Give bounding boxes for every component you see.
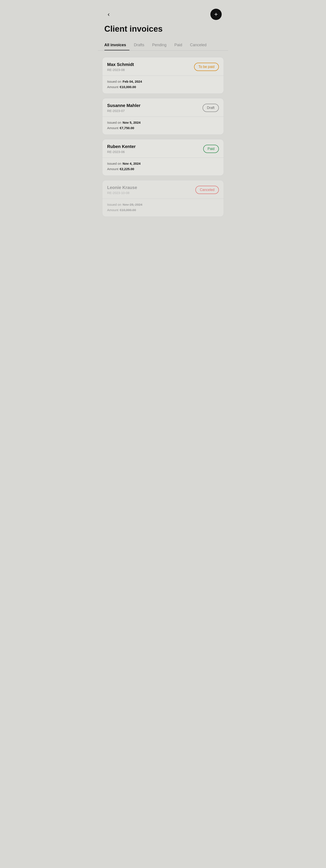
issued-row-2: Issued on Nov 5, 2024 <box>107 121 219 124</box>
amount-label-1: Amount <box>107 85 118 89</box>
status-badge-1: To be paid <box>194 63 219 71</box>
tab-pending[interactable]: Pending <box>152 40 170 50</box>
client-name-2: Susanne Mahler <box>107 103 140 108</box>
invoice-header-1: Max Schmidt RE-2023-08 To be paid <box>102 57 224 75</box>
page-title: Client invoices <box>98 24 228 40</box>
client-name-4: Leonie Krause <box>107 185 137 190</box>
invoice-details-3: Issued on Nov 4, 2024 Amount €2,225.00 <box>102 158 224 176</box>
issued-date-4: Nov 28, 2024 <box>123 203 142 206</box>
amount-label-2: Amount <box>107 126 118 130</box>
invoice-client-info-1: Max Schmidt RE-2023-08 <box>107 62 134 72</box>
invoice-ref-3: RE-2023-06 <box>107 150 136 154</box>
invoice-details-4: Issued on Nov 28, 2024 Amount €10,000.00 <box>102 198 224 217</box>
client-name-1: Max Schmidt <box>107 62 134 67</box>
invoice-ref-4: RE-2023-10-08 <box>107 191 137 195</box>
amount-row-4: Amount €10,000.00 <box>107 208 219 212</box>
amount-row-1: Amount €10,000.00 <box>107 85 219 89</box>
client-name-3: Ruben Kenter <box>107 144 136 149</box>
amount-value-1: €10,000.00 <box>120 85 136 89</box>
invoice-card-4[interactable]: Leonie Krause RE-2023-10-08 Canceled Iss… <box>102 180 224 217</box>
invoice-client-info-4: Leonie Krause RE-2023-10-08 <box>107 185 137 195</box>
tab-canceled[interactable]: Canceled <box>190 40 210 50</box>
amount-label-4: Amount <box>107 208 118 212</box>
invoice-client-info-2: Susanne Mahler RE-2023-07 <box>107 103 140 113</box>
add-invoice-button[interactable]: + <box>210 9 222 20</box>
issued-label-4: Issued on <box>107 203 121 206</box>
invoice-ref-2: RE-2023-07 <box>107 109 140 113</box>
amount-value-2: €7,750.00 <box>120 126 134 130</box>
invoice-card-1[interactable]: Max Schmidt RE-2023-08 To be paid Issued… <box>102 57 224 94</box>
tab-paid[interactable]: Paid <box>174 40 186 50</box>
back-button[interactable]: ‹ <box>104 10 113 19</box>
page-header: ‹ + <box>98 0 228 24</box>
amount-value-3: €2,225.00 <box>120 167 134 171</box>
invoice-header-3: Ruben Kenter RE-2023-06 Paid <box>102 139 224 158</box>
amount-row-2: Amount €7,750.00 <box>107 126 219 130</box>
invoice-details-1: Issued on Feb 04, 2024 Amount €10,000.00 <box>102 75 224 94</box>
status-badge-3: Paid <box>203 145 219 153</box>
invoice-tabs: All invoices Drafts Pending Paid Cancele… <box>98 40 228 51</box>
plus-icon: + <box>214 11 218 18</box>
back-icon: ‹ <box>108 11 110 18</box>
invoice-client-info-3: Ruben Kenter RE-2023-06 <box>107 144 136 154</box>
issued-label-1: Issued on <box>107 80 121 83</box>
invoice-header-4: Leonie Krause RE-2023-10-08 Canceled <box>102 180 224 198</box>
issued-label-3: Issued on <box>107 162 121 165</box>
issued-row-4: Issued on Nov 28, 2024 <box>107 203 219 206</box>
tab-all-invoices[interactable]: All invoices <box>104 40 130 50</box>
issued-row-1: Issued on Feb 04, 2024 <box>107 80 219 83</box>
invoice-details-2: Issued on Nov 5, 2024 Amount €7,750.00 <box>102 117 224 134</box>
issued-row-3: Issued on Nov 4, 2024 <box>107 162 219 165</box>
amount-label-3: Amount <box>107 167 118 171</box>
invoice-card-3[interactable]: Ruben Kenter RE-2023-06 Paid Issued on N… <box>102 139 224 176</box>
amount-row-3: Amount €2,225.00 <box>107 167 219 171</box>
invoice-ref-1: RE-2023-08 <box>107 68 134 72</box>
invoice-header-2: Susanne Mahler RE-2023-07 Draft <box>102 98 224 117</box>
issued-date-2: Nov 5, 2024 <box>123 121 141 124</box>
invoices-list: Max Schmidt RE-2023-08 To be paid Issued… <box>98 57 228 217</box>
status-badge-4: Canceled <box>195 186 219 194</box>
issued-date-3: Nov 4, 2024 <box>123 162 141 165</box>
amount-value-4: €10,000.00 <box>120 208 136 212</box>
invoice-card-2[interactable]: Susanne Mahler RE-2023-07 Draft Issued o… <box>102 98 224 135</box>
issued-label-2: Issued on <box>107 121 121 124</box>
status-badge-2: Draft <box>202 104 219 112</box>
issued-date-1: Feb 04, 2024 <box>123 80 142 83</box>
tab-drafts[interactable]: Drafts <box>134 40 148 50</box>
